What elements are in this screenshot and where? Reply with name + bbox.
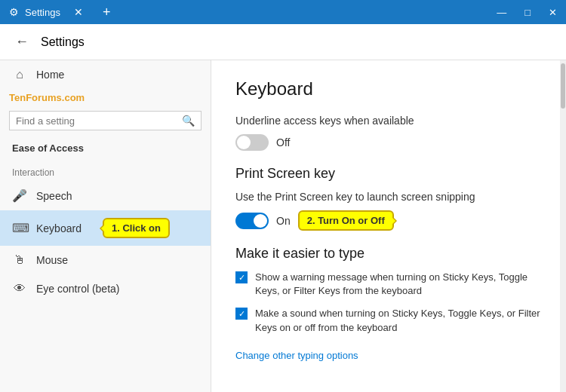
mouse-icon: 🖱 (12, 253, 27, 267)
keyboard-icon: ⌨ (12, 221, 27, 235)
keyboard-callout: 1. Click on (103, 218, 170, 238)
home-icon: ⌂ (12, 68, 27, 81)
checkbox-sticky-warning[interactable] (235, 271, 248, 283)
header-title: Settings (41, 35, 85, 49)
home-label: Home (36, 69, 64, 81)
close-button[interactable]: ✕ (540, 0, 566, 24)
speech-icon: 🎤 (12, 188, 27, 203)
keyboard-label: Keyboard (36, 222, 82, 234)
print-screen-desc: Use the Print Screen key to launch scree… (235, 191, 542, 203)
eye-control-label: Eye control (beta) (36, 283, 120, 295)
sidebar-item-eye-control[interactable]: 👁 Eye control (beta) (0, 274, 211, 303)
tab-label: Settings (25, 7, 60, 18)
underline-toggle-state: Off (276, 136, 290, 149)
print-screen-toggle-state: On (276, 215, 291, 227)
speech-label: Speech (36, 190, 72, 202)
interaction-section-label: Interaction (0, 158, 211, 181)
make-easier-heading: Make it easier to type (235, 246, 542, 262)
checkbox-sticky-sound[interactable] (235, 308, 248, 320)
print-screen-toggle-knob (254, 214, 267, 228)
gear-icon: ⚙ (9, 6, 19, 18)
checkbox-2-text: Make a sound when turning on Sticky Keys… (255, 307, 542, 334)
window-controls: — □ ✕ (488, 0, 566, 24)
scrollbar[interactable] (560, 60, 566, 392)
content-area: ⌂ Home TenForums.com 🔍 Ease of Access In… (0, 60, 566, 392)
change-typing-options-link[interactable]: Change other typing options (235, 350, 358, 361)
toggle-callout: 2. Turn On or Off (298, 210, 394, 231)
checkbox-row-1: Show a warning message when turning on S… (235, 271, 542, 298)
minimize-button[interactable]: — (488, 0, 515, 24)
print-screen-toggle-row: On 2. Turn On or Off (235, 210, 542, 231)
back-button[interactable]: ← (9, 31, 35, 53)
checkbox-1-text: Show a warning message when turning on S… (255, 271, 542, 298)
search-input[interactable] (16, 115, 177, 127)
toggle-knob (237, 136, 251, 149)
checkbox-row-2: Make a sound when turning on Sticky Keys… (235, 307, 542, 334)
tab-close-button[interactable]: ✕ (69, 5, 88, 20)
settings-tab: ⚙ Settings ✕ (0, 0, 97, 24)
sidebar-item-speech[interactable]: 🎤 Speech (0, 181, 211, 210)
underline-toggle[interactable] (235, 134, 269, 151)
sidebar-item-home[interactable]: ⌂ Home (0, 60, 211, 89)
watermark: TenForums.com (0, 89, 211, 105)
search-button[interactable]: 🔍 (182, 115, 195, 127)
ease-of-access-label: Ease of Access (0, 136, 211, 158)
scrollbar-thumb[interactable] (561, 63, 565, 109)
search-box: 🔍 (9, 111, 201, 130)
eye-icon: 👁 (12, 282, 27, 296)
sidebar-item-mouse[interactable]: 🖱 Mouse (0, 246, 211, 274)
sidebar-item-keyboard[interactable]: ⌨ Keyboard 1. Click on (0, 210, 211, 246)
underline-toggle-row: Off (235, 134, 542, 151)
titlebar: ⚙ Settings ✕ + — □ ✕ (0, 0, 566, 24)
print-screen-heading: Print Screen key (235, 166, 542, 182)
new-tab-button[interactable]: + (97, 5, 117, 20)
settings-window: ← Settings ⌂ Home TenForums.com 🔍 Ease o… (0, 24, 566, 392)
maximize-button[interactable]: □ (515, 0, 540, 24)
main-content: Keyboard Underline access keys when avai… (211, 60, 566, 392)
underline-label: Underline access keys when available (235, 115, 542, 127)
page-title: Keyboard (235, 78, 542, 100)
sidebar: ⌂ Home TenForums.com 🔍 Ease of Access In… (0, 60, 211, 392)
window-header: ← Settings (0, 24, 566, 60)
print-screen-toggle[interactable] (235, 213, 269, 229)
mouse-label: Mouse (36, 254, 68, 266)
